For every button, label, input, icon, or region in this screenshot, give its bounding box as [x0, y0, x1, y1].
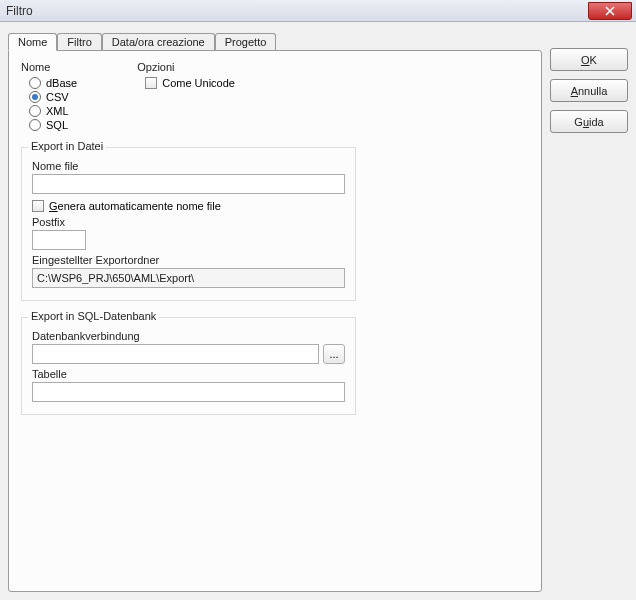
check-come-unicode[interactable]: Come Unicode	[137, 77, 235, 89]
tab-label: Data/ora creazione	[112, 36, 205, 48]
radio-label: CSV	[46, 91, 69, 103]
radio-dbase[interactable]: dBase	[29, 77, 77, 89]
tab-label: Filtro	[67, 36, 91, 48]
radio-label: SQL	[46, 119, 68, 131]
side-buttons: OK Annulla Guida	[550, 30, 628, 592]
window-title: Filtro	[6, 4, 33, 18]
radio-csv[interactable]: CSV	[29, 91, 77, 103]
db-conn-input[interactable]	[32, 344, 319, 364]
postfix-input[interactable]	[32, 230, 86, 250]
ellipsis-icon: ...	[329, 348, 338, 360]
nome-file-label: Nome file	[32, 160, 345, 172]
tab-progetto[interactable]: Progetto	[215, 33, 277, 50]
tab-label: Nome	[18, 36, 47, 48]
guida-button[interactable]: Guida	[550, 110, 628, 133]
export-sql-fieldset: Export in SQL-Datenbank Datenbankverbind…	[21, 317, 356, 415]
nome-group: Nome dBase CSV XML	[21, 61, 77, 131]
tab-filtro[interactable]: Filtro	[57, 33, 101, 50]
postfix-label: Postfix	[32, 216, 345, 228]
radio-label: XML	[46, 105, 69, 117]
opzioni-group-label: Opzioni	[137, 61, 235, 73]
radio-icon	[29, 105, 41, 117]
button-label: OK	[581, 54, 597, 66]
tab-label: Progetto	[225, 36, 267, 48]
tabelle-label: Tabelle	[32, 368, 345, 380]
radio-icon	[29, 119, 41, 131]
nome-file-input[interactable]	[32, 174, 345, 194]
radio-xml[interactable]: XML	[29, 105, 77, 117]
tab-data-ora[interactable]: Data/ora creazione	[102, 33, 215, 50]
tab-panel-nome: Nome dBase CSV XML	[8, 50, 542, 592]
top-row: Nome dBase CSV XML	[21, 61, 529, 131]
checkbox-icon	[32, 200, 44, 212]
db-conn-label: Datenbankverbindung	[32, 330, 345, 342]
radio-sql[interactable]: SQL	[29, 119, 77, 131]
radio-icon	[29, 77, 41, 89]
annulla-button[interactable]: Annulla	[550, 79, 628, 102]
db-browse-button[interactable]: ...	[323, 344, 345, 364]
close-button[interactable]	[588, 2, 632, 20]
check-label: Genera automaticamente nome file	[49, 200, 221, 212]
tab-strip: Nome Filtro Data/ora creazione Progetto	[8, 30, 542, 50]
titlebar: Filtro	[0, 0, 636, 22]
db-conn-row: ...	[32, 344, 345, 364]
export-folder-display	[32, 268, 345, 288]
check-label: Come Unicode	[162, 77, 235, 89]
nome-radio-list: dBase CSV XML SQL	[21, 77, 77, 131]
export-folder-label: Eingestellter Exportordner	[32, 254, 345, 266]
tabelle-input[interactable]	[32, 382, 345, 402]
fieldset-legend: Export in Datei	[28, 140, 106, 152]
close-icon	[605, 6, 615, 16]
opzioni-group: Opzioni Come Unicode	[137, 61, 235, 131]
checkbox-icon	[145, 77, 157, 89]
check-auto-gen[interactable]: Genera automaticamente nome file	[32, 200, 345, 212]
nome-group-label: Nome	[21, 61, 77, 73]
button-label: Guida	[574, 116, 603, 128]
radio-label: dBase	[46, 77, 77, 89]
ok-button[interactable]: OK	[550, 48, 628, 71]
fieldset-legend: Export in SQL-Datenbank	[28, 310, 159, 322]
window-body: Nome Filtro Data/ora creazione Progetto …	[0, 22, 636, 600]
tab-nome[interactable]: Nome	[8, 33, 57, 51]
radio-icon	[29, 91, 41, 103]
button-label: Annulla	[571, 85, 608, 97]
main-area: Nome Filtro Data/ora creazione Progetto …	[8, 30, 542, 592]
export-datei-fieldset: Export in Datei Nome file Genera automat…	[21, 147, 356, 301]
